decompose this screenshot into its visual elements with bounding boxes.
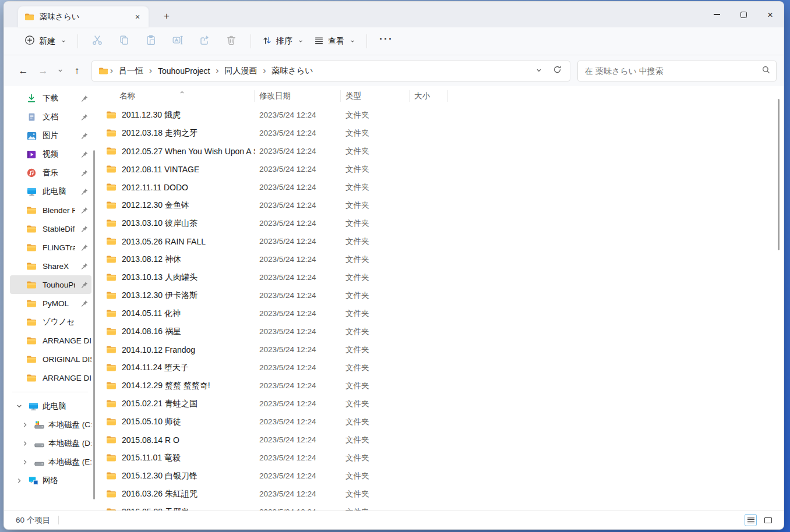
folder-icon <box>106 290 117 300</box>
sidebar-item[interactable]: FLiNGTraine <box>10 238 91 257</box>
delete-button[interactable] <box>218 31 245 52</box>
table-row[interactable]: 2015.11.01 竜殺 2023/5/24 12:24 文件夹 <box>103 449 784 467</box>
folder-icon <box>106 182 117 192</box>
minimize-button[interactable] <box>703 2 730 27</box>
table-row[interactable]: 2015.05.10 师徒 2023/5/24 12:24 文件夹 <box>103 413 784 431</box>
table-row[interactable]: 2012.05.27 When You Wish Upon A S... 202… <box>103 142 784 160</box>
chevron-right-icon[interactable] <box>15 477 24 484</box>
share-button[interactable] <box>191 31 218 52</box>
sidebar-item[interactable]: ORIGINAL DISC <box>10 350 91 368</box>
breadcrumb-item[interactable]: 同人漫画 <box>221 64 262 78</box>
sidebar-item[interactable]: 图片 <box>10 126 91 145</box>
table-row[interactable]: 2014.11.24 堕天子 2023/5/24 12:24 文件夹 <box>103 359 784 377</box>
search-input[interactable] <box>585 66 762 76</box>
cut-button[interactable] <box>84 31 111 52</box>
refresh-icon[interactable] <box>553 65 562 76</box>
sidebar-scrollbar[interactable] <box>93 150 95 499</box>
sidebar-item[interactable]: ARRANGE DISC <box>10 331 91 350</box>
cut-icon <box>91 34 103 48</box>
more-options-button[interactable]: ··· <box>373 31 400 52</box>
column-header[interactable]: 大小 <box>410 90 448 102</box>
breadcrumb-item[interactable]: TouhouProject <box>154 65 214 77</box>
sidebar-item[interactable]: ShareX <box>10 257 91 275</box>
chevron-right-icon[interactable] <box>20 421 30 428</box>
sidebar-item[interactable]: Blender Fou <box>10 201 91 219</box>
tree-item[interactable]: 本地磁盘 (C:) <box>10 416 91 434</box>
sidebar-item[interactable]: 音乐 <box>10 164 91 182</box>
sidebar-item[interactable]: 文档 <box>10 108 91 126</box>
paste-button[interactable] <box>137 31 164 52</box>
back-button[interactable]: ← <box>13 61 33 81</box>
chevron-right-icon: › <box>262 65 268 76</box>
tree-item[interactable]: 本地磁盘 (D:) <box>10 434 91 453</box>
maximize-button[interactable] <box>730 2 757 27</box>
chevron-right-icon[interactable] <box>20 459 30 466</box>
table-row[interactable]: 2016.05.08 天邪鬼 2023/5/24 12:24 文件夹 <box>103 503 784 510</box>
sidebar-item[interactable]: TouhouProj <box>10 275 91 294</box>
sidebar-item[interactable]: ゾウノセ <box>10 313 91 331</box>
table-row[interactable]: 2015.02.21 青蛙之国 2023/5/24 12:24 文件夹 <box>103 395 784 413</box>
breadcrumb-item[interactable]: 薬味さらい <box>268 64 318 78</box>
sort-button[interactable]: 排序 <box>257 32 309 51</box>
sidebar-item[interactable]: PyMOL <box>10 294 91 313</box>
column-header[interactable]: 修改日期 <box>255 90 341 102</box>
tree-item[interactable]: 本地磁盘 (E:) <box>10 453 91 471</box>
close-icon: × <box>767 10 773 20</box>
table-row[interactable]: 2013.12.30 伊卡洛斯 2023/5/24 12:24 文件夹 <box>103 286 784 304</box>
forward-button[interactable]: → <box>33 61 53 81</box>
sidebar-item-label: 文档 <box>43 112 75 122</box>
rename-button[interactable] <box>164 31 191 52</box>
sidebar-item[interactable]: 视频 <box>10 145 91 164</box>
file-type: 文件夹 <box>341 471 410 481</box>
table-row[interactable]: 2013.03.10 彼岸山茶 2023/5/24 12:24 文件夹 <box>103 214 784 232</box>
large-icons-view-button[interactable] <box>762 514 774 526</box>
copy-button[interactable] <box>111 31 137 52</box>
sidebar-item[interactable]: 此电脑 <box>10 182 91 201</box>
close-button[interactable]: × <box>757 2 784 27</box>
tab-close-icon[interactable]: × <box>131 10 144 23</box>
sidebar-item[interactable]: ARRANGE DISC <box>10 368 91 387</box>
table-row[interactable]: 2011.12.30 餓虎 2023/5/24 12:24 文件夹 <box>103 106 784 124</box>
recent-locations-button[interactable] <box>53 61 67 81</box>
table-row[interactable]: 2013.08.12 神休 2023/5/24 12:24 文件夹 <box>103 250 784 268</box>
details-view-button[interactable] <box>745 514 757 526</box>
chevron-right-icon[interactable] <box>20 440 30 447</box>
table-row[interactable]: 2014.05.11 化神 2023/5/24 12:24 文件夹 <box>103 304 784 322</box>
table-row[interactable]: 2015.12.30 白银刀锋 2023/5/24 12:24 文件夹 <box>103 467 784 485</box>
up-button[interactable]: ↑ <box>67 61 87 81</box>
view-button[interactable]: 查看 <box>309 33 361 50</box>
chevron-down-icon[interactable] <box>15 403 24 410</box>
breadcrumb-item[interactable]: 吕一恒 <box>115 64 147 78</box>
table-row[interactable]: 2014.12.29 蝥蝥 蝥蝥奇! 2023/5/24 12:24 文件夹 <box>103 377 784 395</box>
folder-icon <box>106 453 117 463</box>
address-bar[interactable]: › 吕一恒 › TouhouProject › 同人漫画 › 薬味さらい › <box>91 61 570 81</box>
tree-item[interactable]: 此电脑 <box>10 397 91 416</box>
table-row[interactable]: 2016.03.26 朱紅詛咒 2023/5/24 12:24 文件夹 <box>103 485 784 503</box>
search-box <box>577 61 777 81</box>
folder-icon <box>106 399 117 409</box>
breadcrumb: 吕一恒 › TouhouProject › 同人漫画 › 薬味さらい › <box>115 64 318 78</box>
column-header[interactable]: 类型 <box>341 90 410 102</box>
table-row[interactable]: 2012.11.11 DODO 2023/5/24 12:24 文件夹 <box>103 178 784 196</box>
address-dropdown-icon[interactable] <box>535 66 542 76</box>
sidebar-item[interactable]: StableDiffus <box>10 219 91 238</box>
table-row[interactable]: 2013.10.13 人肉罐头 2023/5/24 12:24 文件夹 <box>103 268 784 286</box>
table-row[interactable]: 2014.08.16 祸星 2023/5/24 12:24 文件夹 <box>103 322 784 341</box>
new-button[interactable]: 新建 <box>19 31 72 51</box>
table-row[interactable]: 2015.08.14 R O 2023/5/24 12:24 文件夹 <box>103 431 784 449</box>
sidebar-item[interactable]: 下载 <box>10 89 91 108</box>
view-button-label: 查看 <box>328 36 344 47</box>
table-row[interactable]: 2012.12.30 金鱼钵 2023/5/24 12:24 文件夹 <box>103 196 784 214</box>
table-row[interactable]: 2013.05.26 RAIN FALL 2023/5/24 12:24 文件夹 <box>103 232 784 250</box>
file-name: 2012.08.11 VINTAGE <box>122 165 199 174</box>
folder-icon <box>26 299 37 308</box>
table-row[interactable]: 2012.08.11 VINTAGE 2023/5/24 12:24 文件夹 <box>103 160 784 178</box>
table-row[interactable]: 2014.10.12 Frandog 2023/5/24 12:24 文件夹 <box>103 341 784 359</box>
sidebar-item-label: 音乐 <box>43 168 75 178</box>
folder-icon <box>26 354 37 364</box>
file-list-scrollbar[interactable] <box>778 99 780 250</box>
tree-item[interactable]: 网络 <box>10 471 91 490</box>
new-tab-button[interactable]: + <box>158 8 175 25</box>
explorer-tab[interactable]: 薬味さらい × <box>18 6 149 27</box>
table-row[interactable]: 2012.03.18 走狗之牙 2023/5/24 12:24 文件夹 <box>103 124 784 142</box>
